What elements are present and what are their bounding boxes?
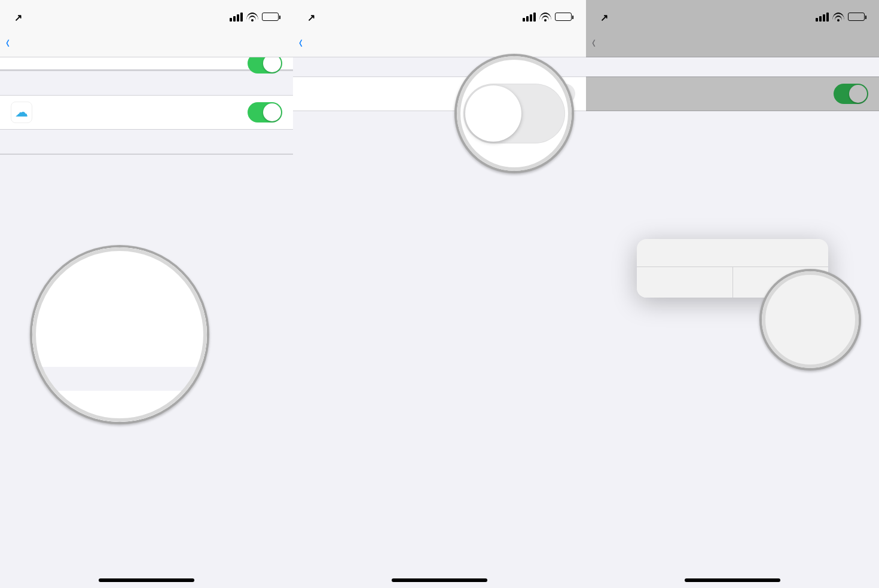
- toggle[interactable]: [248, 57, 282, 74]
- nav-bar: ‹: [0, 26, 293, 57]
- backup-footer-text: [586, 111, 879, 117]
- list-item-iclouddrive[interactable]: ☁︎: [0, 96, 293, 129]
- magnifier-lens: [30, 245, 209, 424]
- screen-backup-settings: ↗ ‹: [293, 0, 586, 588]
- cellular-icon: [523, 13, 536, 22]
- cellular-icon: [230, 13, 243, 22]
- magnifier-lens: [454, 54, 574, 173]
- nav-bar: ‹: [293, 26, 586, 57]
- home-indicator[interactable]: [685, 578, 780, 582]
- back-button[interactable]: ‹: [298, 33, 305, 51]
- back-button[interactable]: ‹: [5, 33, 12, 51]
- wifi-icon: [246, 13, 258, 22]
- status-bar: ↗: [0, 0, 293, 26]
- home-indicator[interactable]: [99, 578, 194, 582]
- back-button[interactable]: ‹: [591, 33, 598, 51]
- battery-icon: [262, 13, 279, 21]
- icloud-backup-toggle[interactable]: [834, 84, 868, 104]
- icloud-drive-icon: ☁︎: [11, 102, 32, 123]
- status-bar: ↗: [293, 0, 586, 26]
- screen-icloud-settings: ↗ ‹ ☁︎: [0, 0, 293, 588]
- location-icon: ↗: [14, 13, 22, 23]
- location-icon: ↗: [307, 13, 315, 23]
- wifi-icon: [832, 13, 844, 22]
- nav-bar: ‹: [586, 26, 879, 57]
- battery-icon: [848, 13, 865, 21]
- list-item[interactable]: [0, 57, 293, 69]
- toggle-off-zoom: [463, 84, 565, 143]
- section-header-backup: [586, 57, 879, 76]
- screen-backup-alert: ↗ ‹: [586, 0, 879, 588]
- location-icon: ↗: [600, 13, 608, 23]
- chevron-left-icon: ‹: [592, 33, 596, 51]
- chevron-left-icon: ‹: [299, 33, 303, 51]
- row-icloud-backup[interactable]: [586, 77, 879, 111]
- cellular-icon: [816, 13, 829, 22]
- wifi-icon: [539, 13, 551, 22]
- battery-icon: [555, 13, 572, 21]
- alert-cancel-button[interactable]: [637, 267, 732, 298]
- status-bar: ↗: [586, 0, 879, 26]
- toggle[interactable]: [248, 102, 282, 122]
- magnifier-lens: [759, 269, 861, 370]
- chevron-left-icon: ‹: [6, 33, 10, 51]
- home-indicator[interactable]: [392, 578, 487, 582]
